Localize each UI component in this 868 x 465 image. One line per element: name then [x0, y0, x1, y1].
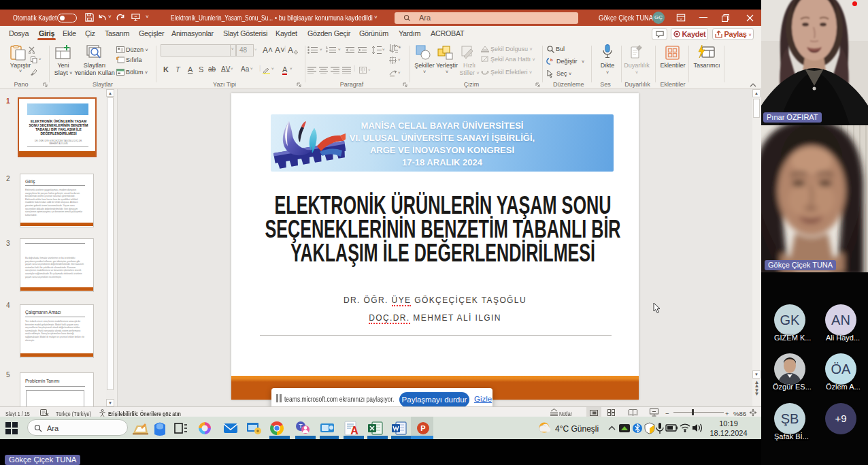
svg-text:b: b [550, 58, 553, 62]
svg-text:A: A [350, 425, 358, 436]
svg-text:P: P [420, 424, 425, 432]
